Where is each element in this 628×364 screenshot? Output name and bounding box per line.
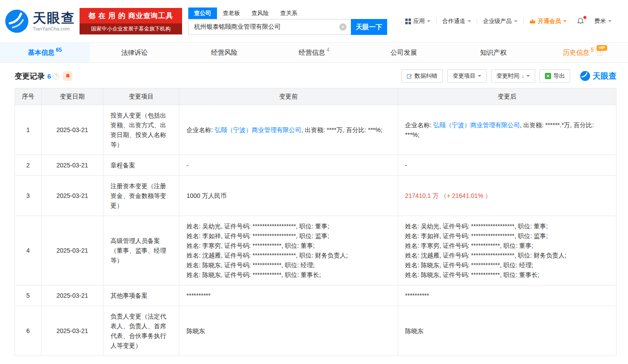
export-button[interactable]: 导出: [540, 69, 570, 83]
cell-text: 注册资本变更（注册资金、资金数额等变更）: [110, 182, 166, 209]
cell-text: 2025-03-21: [57, 327, 88, 334]
tianyancha-logo-icon: [4, 9, 29, 34]
cell-after: 陈晓东: [398, 306, 617, 356]
search-tab-boss[interactable]: 查老板: [217, 8, 246, 19]
cell-after: **********: [398, 285, 617, 306]
table-row: 22025-03-21章程备案--: [15, 155, 617, 176]
cell-date: 2025-03-21: [42, 155, 103, 176]
cell-line: 姓名: 沈越雁, 证件号码: ******************, 职位: 财…: [186, 250, 391, 260]
site-header: 天眼查 TianYanCha.com 都 在 用 的 商业查询工具 国家中小企业…: [0, 0, 628, 42]
cell-text: 2025-03-21: [57, 192, 88, 199]
chevron-down-icon: [514, 20, 518, 24]
company-link[interactable]: 弘颐（宁波）商业管理有限公司: [433, 121, 520, 129]
button-label: 变更项目: [453, 72, 476, 80]
tianyancha-logo[interactable]: 天眼查 TianYanCha.com: [4, 9, 75, 34]
cell-line: 负责人变更（法定代表人、负责人、首席代表、合伙事务执行人等变更）: [110, 311, 172, 350]
search-tab-company[interactable]: 查公司: [188, 8, 217, 19]
cell-before: 企业名称: 弘颐（宁波）商业管理有限公司, 出资额: ****万, 百分比: *…: [179, 105, 398, 155]
cell-item: 注册资本变更（注册资金、资金数额等变更）: [103, 176, 179, 216]
search-input[interactable]: [188, 19, 351, 35]
subscribe-bell[interactable]: [63, 71, 72, 81]
search-tabs: 查公司 查老板 查风险 查关系: [188, 8, 387, 19]
legal-rep-footnote: 特别提示：“ * ”标识的为法定代表人。: [0, 356, 628, 364]
notifications-bell[interactable]: [572, 18, 589, 25]
col-header-item: 变更项目: [103, 88, 179, 105]
capital-increase-value: 217410.1 万 （+ 21641.01% ）: [405, 192, 491, 199]
cell-no: 2: [15, 155, 42, 176]
search-button[interactable]: 天眼一下: [351, 19, 387, 35]
search-tab-risk[interactable]: 查风险: [246, 8, 274, 19]
cell-no: 3: [15, 176, 42, 216]
cell-item: 其他事项备案: [103, 285, 179, 306]
cell-line: 投资人变更（包括出资额、出资方式、出资日期、投资人名称等）: [110, 110, 172, 149]
tab-label: 历史信息: [563, 49, 590, 57]
apps-grid-icon: [405, 19, 411, 24]
cell-text: 投资人变更（包括出资额、出资方式、出资日期、投资人名称等）: [110, 112, 166, 148]
cell-text: 姓名: 吴幼光, 证件号码: ******************, 职位: 董…: [186, 223, 329, 230]
tab-history-info[interactable]: 历史信息 5 VIP ?: [538, 43, 628, 62]
cell-text: 章程备案: [110, 162, 135, 169]
cell-line: 1000 万人民币: [186, 191, 391, 201]
cell-line: **********: [405, 291, 609, 300]
cell-line: 4: [18, 246, 38, 255]
cell-line: 姓名: 陈晓东, 证件号码: ************, 职位: 经理;: [405, 260, 609, 270]
cell-line: 217410.1 万 （+ 21641.01% ）: [405, 191, 609, 201]
nav-cooperation[interactable]: 合作通道: [437, 17, 477, 25]
cell-line: 企业名称: 弘颐（宁波）商业管理有限公司, 出资额: ****万, 百分比: *…: [186, 125, 391, 135]
chevron-down-icon: [608, 20, 612, 24]
section-title: 变更记录: [15, 71, 45, 81]
cell-date: 2025-03-21: [42, 105, 103, 155]
cell-line: 姓名: 李如祥, 证件号码: ******************, 职位: 监…: [405, 231, 609, 241]
cell-line: 2025-03-21: [44, 291, 100, 300]
change-time-sort-button[interactable]: 变更时间 ↓: [491, 69, 535, 83]
promo-banner-line1: 都 在 用 的 商业查询工具: [80, 8, 182, 23]
cell-text: **********: [405, 292, 429, 299]
change-record-table: 序号 变更日期 变更项目 变更前 变更后 12025-03-21投资人变更（包括…: [15, 88, 617, 356]
tab-operation-risk[interactable]: 经营风险: [179, 43, 269, 62]
data-correction-button[interactable]: 数据纠错: [401, 69, 443, 83]
cell-text: 陈晓东: [186, 327, 205, 334]
cell-text: 姓名: 李寒穷, 证件号码: ************, 职位: 董事;: [186, 242, 315, 249]
cell-text: -: [186, 162, 189, 169]
tab-company-development[interactable]: 公司发展: [359, 43, 449, 62]
cell-text: 姓名: 陈晓东, 证件号码: ************, 职位: 经理;: [405, 262, 533, 269]
watermark-text: 天眼查: [593, 71, 617, 81]
tab-count: 65: [56, 47, 61, 53]
tab-legal-litigation[interactable]: 法律诉讼: [90, 43, 179, 62]
cell-line: 章程备案: [110, 160, 172, 170]
tab-label: 经营信息: [299, 49, 325, 57]
button-label: 数据纠错: [415, 72, 438, 80]
tab-intellectual-property[interactable]: 知识产权: [449, 43, 538, 62]
nav-user[interactable]: 费米: [589, 17, 617, 25]
tab-count: 4: [327, 47, 330, 53]
company-link[interactable]: 弘颐（宁波）商业管理有限公司: [215, 126, 301, 133]
help-icon[interactable]: ?: [53, 73, 59, 80]
tab-basic-info[interactable]: 基本信息 65: [0, 43, 90, 62]
nav-apps[interactable]: 应用: [400, 17, 436, 25]
tab-operation-info[interactable]: 经营信息 4: [269, 43, 359, 62]
cell-no: 1: [15, 105, 42, 155]
cell-line: 5: [18, 291, 38, 300]
cell-no: 6: [15, 306, 42, 356]
cell-line: 姓名: 陈晓东, 证件号码: ************, 职位: 董事长;: [186, 270, 391, 280]
nav-cooperation-label: 合作通道: [442, 17, 465, 25]
search-tab-relation[interactable]: 查关系: [274, 8, 303, 19]
cell-before: **********: [179, 285, 398, 306]
button-label: 变更时间: [496, 72, 519, 80]
cell-line: 2025-03-21: [44, 326, 100, 336]
cell-text: 陈晓东: [405, 327, 424, 334]
nav-apps-label: 应用: [413, 17, 425, 25]
bell-icon: [65, 73, 71, 79]
nav-vip[interactable]: 开通会员: [524, 17, 572, 25]
cell-text: 2: [27, 162, 30, 169]
nav-enterprise[interactable]: 企业级产品: [477, 17, 523, 25]
cell-line: 企业名称: 弘颐（宁波）商业管理有限公司, 出资额: ******.*万, 百分…: [405, 120, 609, 140]
cell-line: **********: [186, 291, 391, 300]
cell-line: 6: [18, 326, 38, 336]
change-table-body: 12025-03-21投资人变更（包括出资额、出资方式、出资日期、投资人名称等）…: [15, 105, 617, 356]
clear-search-icon[interactable]: ✕: [339, 23, 346, 30]
cell-text: **********: [186, 292, 210, 299]
change-item-filter-button[interactable]: 变更项目: [447, 69, 487, 83]
cell-text: 5: [27, 292, 30, 299]
col-header-no: 序号: [15, 88, 42, 105]
